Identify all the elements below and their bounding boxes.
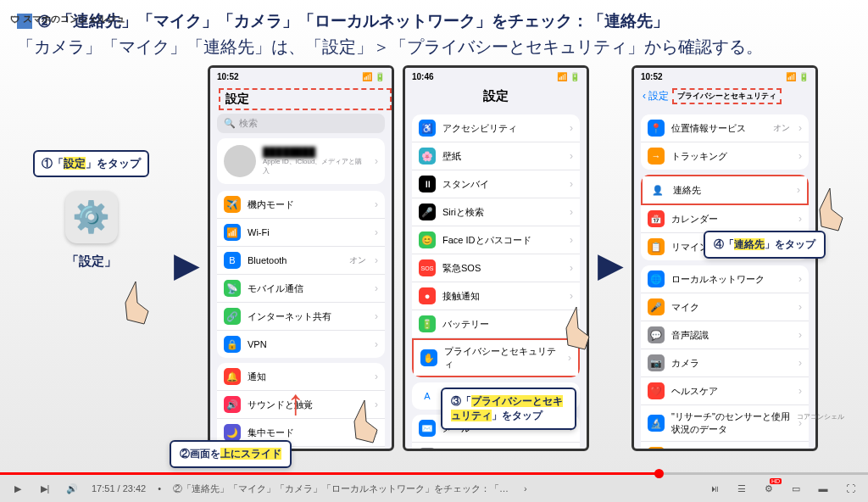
channel-name[interactable]: 🛡 スマホのコンシェルジュ	[10, 13, 125, 25]
setting-label: 位置情報サービス	[671, 122, 766, 135]
slide-title: ② 「連絡先」「マイク」「カメラ」「ローカルネットワーク」をチェック：「連絡先」	[17, 10, 851, 32]
list-item[interactable]: ❤️ヘルスケア›	[641, 377, 809, 405]
settings-group-1: ✈️機内モード›📶Wi-Fi›BBluetoothオン›📡モバイル通信›🔗インタ…	[217, 191, 385, 358]
profile-row[interactable]: ████████ Apple ID、iCloud、メディアと購入 ›	[217, 138, 385, 184]
settings-title-highlight: 設定	[219, 88, 392, 110]
list-item[interactable]: 🌐ローカルネットワーク›	[641, 265, 809, 293]
setting-icon: A	[419, 388, 436, 404]
setting-icon: ♿	[419, 120, 436, 137]
list-item[interactable]: 📡モバイル通信›	[217, 275, 385, 303]
chevron-icon: ›	[570, 318, 573, 330]
list-item[interactable]: 📷カメラ›	[641, 349, 809, 377]
arrow-right-1: ▶	[174, 245, 199, 284]
autoplay-toggle[interactable]: ⏯	[707, 481, 722, 496]
list-item[interactable]: 📍位置情報サービスオン›	[641, 114, 809, 142]
phone-title: 設定	[414, 88, 578, 104]
setting-value: オン	[349, 254, 366, 266]
list-item[interactable]: 📶Wi-Fi›	[217, 219, 385, 247]
setting-label: プライバシーとセキュリティ	[444, 345, 561, 371]
setting-label: 連絡先	[673, 184, 790, 197]
list-item[interactable]: 🎤Siriと検索›	[412, 198, 580, 226]
setting-icon: 📅	[648, 210, 665, 227]
privacy-group-3: 🌐ローカルネットワーク›🎤マイク›💬音声認識›📷カメラ›❤️ヘルスケア›🔬"リサ…	[641, 265, 809, 451]
callout-4: ④「連絡先」をタップ	[704, 231, 826, 259]
list-item[interactable]: 👤連絡先›	[641, 175, 809, 205]
list-item[interactable]: 📅カレンダー›	[641, 205, 809, 233]
list-item[interactable]: BBluetoothオン›	[217, 247, 385, 275]
captions-button[interactable]: ☰	[734, 481, 749, 496]
setting-icon: 🔊	[224, 396, 241, 413]
phone-screenshot-1: 10:52 📶 🔋 設定 🔍 検索 ████████ Apple ID、iClo…	[208, 65, 394, 451]
setting-icon: ✈️	[224, 196, 241, 213]
list-item[interactable]: ✋プライバシーとセキュリティ›	[412, 338, 580, 377]
list-item[interactable]: SOS緊急SOS›	[412, 254, 580, 282]
setting-label: カレンダー	[671, 213, 792, 226]
search-input[interactable]: 🔍 検索	[217, 114, 385, 133]
setting-label: スタンバイ	[442, 178, 563, 191]
video-controls: ▶ ▶| 🔊 17:51 / 23:42 • ②「連絡先」「マイク」「カメラ」「…	[0, 475, 868, 502]
setting-icon: 💬	[648, 326, 665, 343]
chevron-icon: ›	[570, 262, 573, 274]
settings-group: ♿アクセシビリティ›🌸壁紙›⏸スタンバイ›🎤Siriと検索›😊Face IDとパ…	[412, 114, 580, 377]
miniplayer-button[interactable]: ▭	[788, 481, 804, 496]
list-item[interactable]: 🔒VPN›	[217, 331, 385, 358]
chevron-icon: ›	[570, 150, 573, 162]
list-item[interactable]: 🔋バッテリー›	[412, 310, 580, 338]
chevron-icon: ›	[375, 371, 378, 382]
theater-button[interactable]: ▬	[815, 481, 831, 496]
list-item[interactable]: 🔗インターネット共有›	[217, 303, 385, 331]
list-item[interactable]: ✈️機内モード›	[217, 191, 385, 219]
setting-label: カメラ	[671, 357, 792, 370]
setting-icon: 📶	[224, 224, 241, 241]
hand-pointer-icon	[813, 184, 855, 235]
list-item[interactable]: ♿アクセシビリティ›	[412, 114, 580, 142]
watermark: コアコンシェル	[797, 412, 844, 421]
setting-icon: 🔗	[224, 308, 241, 325]
list-item[interactable]: ●接触通知›	[412, 282, 580, 310]
list-item[interactable]: 😊Face IDとパスコード›	[412, 226, 580, 254]
settings-button[interactable]: ⚙HD	[761, 481, 776, 496]
setting-icon: 🔋	[419, 315, 436, 332]
callout-2: ②画面を上にスライド	[170, 440, 292, 468]
setting-icon: ✋	[420, 349, 437, 366]
play-button[interactable]: ▶	[10, 481, 25, 496]
setting-icon: 🌐	[648, 271, 665, 287]
avatar	[224, 145, 256, 177]
setting-label: ヘルスケア	[671, 385, 792, 398]
status-icons: 📶 🔋	[362, 72, 385, 81]
setting-icon: →	[648, 148, 665, 165]
status-icons: 📶 🔋	[557, 72, 580, 81]
chevron-icon: ›	[375, 427, 378, 438]
setting-label: 壁紙	[442, 150, 563, 163]
chevron-icon: ›	[570, 450, 573, 451]
setting-icon: 🎤	[648, 298, 665, 315]
video-time: 17:51 / 23:42	[92, 483, 146, 494]
setting-label: サウンドと触覚	[248, 399, 368, 411]
list-item[interactable]: 🎤マイク›	[641, 293, 809, 321]
volume-button[interactable]: 🔊	[64, 481, 80, 496]
chevron-icon: ›	[375, 310, 378, 322]
setting-label: Wi-Fi	[248, 227, 368, 237]
status-time: 10:52	[641, 72, 663, 81]
list-item[interactable]: →トラッキング›	[641, 142, 809, 170]
setting-icon: 📍	[648, 120, 665, 137]
list-item[interactable]: 👤連絡先›	[412, 443, 580, 451]
next-button[interactable]: ▶|	[37, 481, 53, 496]
slide-subtitle: 「カメラ」「マイク」「連絡先」は、「設定」＞「プライバシーとセキュリティ」から確…	[17, 36, 851, 59]
chevron-icon: ›	[568, 352, 571, 364]
fullscreen-button[interactable]: ⛶	[843, 481, 858, 496]
chevron-icon: ›	[798, 385, 802, 397]
setting-label: "リサーチ"のセンサーと使用状況のデータ	[671, 410, 792, 436]
chapter-next-icon[interactable]: ›	[524, 483, 527, 494]
list-item[interactable]: 💬音声認識›	[641, 321, 809, 349]
chevron-icon: ›	[570, 234, 573, 246]
setting-icon: ✉️	[419, 420, 436, 437]
screen-title-highlight: プライバシーとセキュリティ	[672, 88, 782, 104]
list-item[interactable]: 🔬"リサーチ"のセンサーと使用状況のデータ›	[641, 405, 809, 442]
back-button[interactable]: ‹ 設定	[643, 89, 669, 103]
setting-label: 機内モード	[248, 198, 368, 211]
setting-label: アクセシビリティ	[442, 122, 563, 135]
list-item[interactable]: 🌸壁紙›	[412, 142, 580, 170]
list-item[interactable]: ⏸スタンバイ›	[412, 170, 580, 198]
list-item[interactable]: 🏠HomeKit›	[641, 442, 809, 451]
